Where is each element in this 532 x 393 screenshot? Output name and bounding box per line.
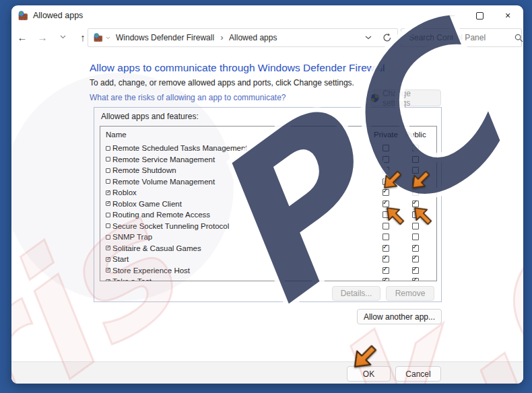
app-list: Name Private Public Remote Scheduled Tas… bbox=[100, 126, 437, 281]
list-item[interactable]: Roblox bbox=[100, 187, 436, 199]
uac-shield-icon bbox=[370, 94, 379, 102]
allow-another-app-button[interactable]: Allow another app... bbox=[357, 309, 442, 324]
public-checkbox[interactable] bbox=[412, 189, 419, 196]
list-item[interactable]: Remote Scheduled Tasks Management bbox=[100, 143, 436, 154]
search-icon bbox=[514, 34, 523, 42]
private-checkbox[interactable] bbox=[383, 234, 389, 240]
search-input[interactable] bbox=[407, 32, 514, 43]
back-icon: ← bbox=[18, 32, 28, 43]
list-item[interactable]: Remote Shutdown bbox=[100, 165, 436, 176]
app-checkbox[interactable] bbox=[106, 179, 110, 184]
app-name: Store Experience Host bbox=[112, 266, 190, 275]
private-checkbox[interactable] bbox=[383, 267, 389, 274]
minimize-button[interactable] bbox=[437, 5, 465, 26]
list-item[interactable]: Secure Socket Tunneling Protocol bbox=[100, 221, 436, 232]
app-name: Secure Socket Tunneling Protocol bbox=[112, 222, 229, 230]
public-checkbox[interactable] bbox=[412, 245, 419, 252]
list-item[interactable]: Store Experience Host bbox=[100, 265, 436, 277]
list-item[interactable]: Roblox Game Client bbox=[100, 199, 436, 210]
public-checkbox[interactable] bbox=[412, 223, 419, 229]
chevron-down-icon bbox=[106, 36, 110, 40]
list-item[interactable]: Take a Test bbox=[100, 276, 436, 281]
app-name: Routing and Remote Access bbox=[112, 211, 210, 219]
group-box: Allowed apps and features: Name Private … bbox=[94, 107, 442, 302]
column-header-private[interactable]: Private bbox=[370, 131, 401, 139]
public-checkbox[interactable] bbox=[412, 267, 419, 274]
app-checkbox[interactable] bbox=[106, 201, 110, 206]
main-content: Allow apps to communicate through Window… bbox=[11, 48, 523, 361]
forward-icon: → bbox=[38, 32, 48, 43]
cancel-button[interactable]: Cancel bbox=[395, 366, 441, 382]
private-checkbox[interactable] bbox=[383, 211, 389, 218]
close-button[interactable]: × bbox=[494, 5, 522, 26]
app-checkbox[interactable] bbox=[106, 157, 110, 162]
private-checkbox[interactable] bbox=[383, 178, 389, 185]
page-title: Allow apps to communicate through Window… bbox=[90, 62, 385, 74]
public-checkbox[interactable] bbox=[412, 178, 419, 185]
forward-button[interactable]: → bbox=[34, 28, 51, 46]
public-checkbox[interactable] bbox=[412, 211, 419, 218]
public-checkbox[interactable] bbox=[412, 278, 419, 281]
list-item[interactable]: Remote Service Management bbox=[100, 154, 436, 166]
app-checkbox[interactable] bbox=[106, 246, 110, 250]
private-checkbox[interactable] bbox=[383, 245, 389, 252]
app-checkbox[interactable] bbox=[106, 190, 110, 195]
app-checkbox[interactable] bbox=[106, 223, 110, 228]
column-header-name[interactable]: Name bbox=[106, 131, 370, 139]
public-checkbox[interactable] bbox=[412, 167, 419, 174]
titlebar: Allowed apps × bbox=[11, 5, 523, 26]
recent-pages-button[interactable] bbox=[55, 28, 71, 46]
breadcrumb-item-allowed-apps[interactable]: Allowed apps bbox=[229, 33, 277, 42]
list-item[interactable]: Routing and Remote Access bbox=[100, 209, 436, 221]
app-name: Solitaire & Casual Games bbox=[112, 244, 201, 252]
private-checkbox[interactable] bbox=[383, 223, 389, 229]
public-checkbox[interactable] bbox=[412, 256, 419, 262]
risks-link[interactable]: What are the risks of allowing an app to… bbox=[90, 93, 286, 102]
app-checkbox[interactable] bbox=[106, 146, 110, 151]
list-item[interactable]: Remote Volume Management bbox=[100, 176, 436, 188]
private-checkbox[interactable] bbox=[383, 145, 389, 151]
app-checkbox[interactable] bbox=[106, 268, 110, 273]
toolbar: ← → ↑ Windows Defender Firewall › Allowe… bbox=[11, 26, 523, 49]
address-bar[interactable]: Windows Defender Firewall › Allowed apps bbox=[88, 28, 398, 47]
list-item[interactable]: Solitaire & Casual Games bbox=[100, 243, 436, 254]
back-button[interactable]: ← bbox=[14, 28, 30, 46]
app-checkbox[interactable] bbox=[106, 257, 110, 262]
app-name: Remote Scheduled Tasks Management bbox=[112, 144, 248, 152]
details-button[interactable]: Details... bbox=[332, 286, 380, 301]
app-name: Remote Shutdown bbox=[112, 166, 176, 174]
list-item[interactable]: SNMP Trap bbox=[100, 231, 436, 243]
address-dropdown-button[interactable] bbox=[365, 36, 372, 40]
private-checkbox[interactable] bbox=[383, 256, 389, 262]
public-checkbox[interactable] bbox=[412, 234, 419, 240]
app-checkbox[interactable] bbox=[106, 279, 110, 281]
column-header-public[interactable]: Public bbox=[401, 131, 430, 139]
maximize-icon bbox=[476, 12, 484, 20]
app-checkbox[interactable] bbox=[106, 235, 110, 240]
breadcrumb-item-windows-defender-firewall[interactable]: Windows Defender Firewall bbox=[116, 33, 214, 42]
private-checkbox[interactable] bbox=[383, 278, 389, 281]
list-item[interactable]: Start bbox=[100, 254, 436, 265]
firewall-icon bbox=[94, 33, 103, 42]
footer: OK Cancel bbox=[11, 361, 523, 384]
change-settings-label: Change settings bbox=[383, 89, 440, 108]
public-checkbox[interactable] bbox=[412, 201, 419, 207]
ok-button[interactable]: OK bbox=[347, 366, 391, 382]
change-settings-button[interactable]: Change settings bbox=[370, 90, 441, 106]
public-checkbox[interactable] bbox=[412, 145, 419, 151]
group-label: Allowed apps and features: bbox=[101, 112, 199, 121]
private-checkbox[interactable] bbox=[383, 156, 389, 163]
public-checkbox[interactable] bbox=[412, 156, 419, 163]
maximize-button[interactable] bbox=[465, 5, 494, 26]
remove-button[interactable]: Remove bbox=[386, 286, 434, 301]
refresh-button[interactable] bbox=[383, 33, 392, 42]
firewall-icon bbox=[18, 11, 28, 21]
app-checkbox[interactable] bbox=[106, 213, 110, 217]
search-box bbox=[401, 28, 522, 47]
private-checkbox[interactable] bbox=[383, 189, 389, 196]
up-arrow-icon: ↑ bbox=[80, 32, 86, 43]
private-checkbox[interactable] bbox=[383, 201, 389, 207]
app-name: Roblox bbox=[112, 188, 137, 196]
private-checkbox[interactable] bbox=[383, 167, 389, 174]
app-checkbox[interactable] bbox=[106, 168, 110, 173]
